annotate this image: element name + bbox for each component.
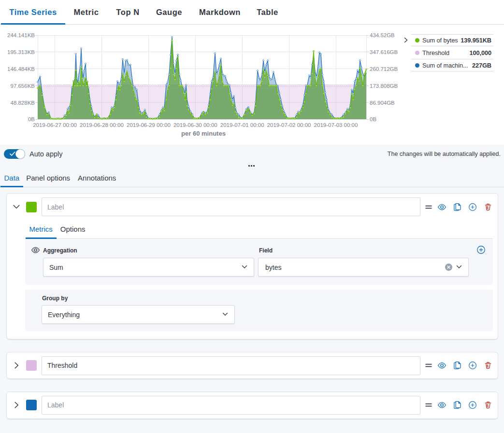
svg-text:0B: 0B: [370, 116, 376, 122]
svg-text:2019-06-28 00:00: 2019-06-28 00:00: [80, 122, 124, 128]
svg-text:2019-07-03 00:00: 2019-07-03 00:00: [314, 122, 358, 128]
svg-text:173.808GB: 173.808GB: [370, 83, 398, 89]
svg-text:0B: 0B: [28, 116, 35, 122]
svg-text:2019-06-30 00:00: 2019-06-30 00:00: [173, 122, 217, 128]
svg-text:195.313KB: 195.313KB: [7, 49, 35, 55]
svg-text:260.712GB: 260.712GB: [370, 66, 398, 72]
svg-text:347.616GB: 347.616GB: [370, 49, 398, 55]
svg-text:48.828KB: 48.828KB: [10, 100, 35, 106]
svg-text:244.141KB: 244.141KB: [7, 32, 35, 38]
svg-text:434.52GB: 434.52GB: [370, 32, 395, 38]
svg-text:86.904GB: 86.904GB: [370, 100, 395, 106]
svg-text:2019-07-02 00:00: 2019-07-02 00:00: [267, 122, 311, 128]
svg-text:2019-06-27 00:00: 2019-06-27 00:00: [33, 122, 77, 128]
svg-text:per 60 minutes: per 60 minutes: [181, 130, 226, 137]
svg-text:97.656KB: 97.656KB: [10, 83, 35, 89]
svg-text:2019-06-29 00:00: 2019-06-29 00:00: [127, 122, 171, 128]
svg-text:146.484KB: 146.484KB: [7, 66, 35, 72]
svg-text:2019-07-01 00:00: 2019-07-01 00:00: [220, 122, 264, 128]
